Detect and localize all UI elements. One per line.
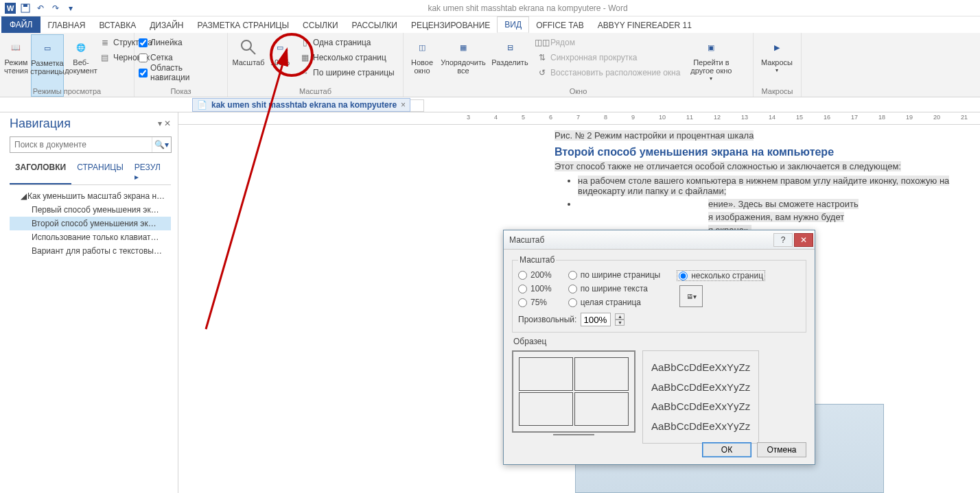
outline-item[interactable]: Второй способ уменьшения эк… — [10, 217, 171, 230]
side-by-side-icon: ◫◫ — [537, 37, 548, 48]
ok-button[interactable]: ОК — [702, 442, 751, 457]
web-layout-label: Веб-документ — [65, 58, 97, 75]
document-tab[interactable]: 📄 kak umen shit masshtab ekrana na kompy… — [192, 98, 410, 112]
read-mode-label: Режим чтения — [4, 58, 28, 75]
tab-headings[interactable]: ЗАГОЛОВКИ — [10, 160, 71, 184]
dialog-help-icon[interactable]: ? — [773, 233, 793, 247]
new-tab-button[interactable] — [410, 99, 424, 112]
preview-area: AaBbCcDdEeXxYyZz AaBbCcDdEeXxYyZz AaBbCc… — [512, 350, 806, 444]
undo-icon[interactable]: ↶ — [33, 1, 48, 15]
ribbon-tabs: ФАЙЛ ГЛАВНАЯ ВСТАВКА ДИЗАЙН РАЗМЕТКА СТР… — [0, 16, 980, 33]
fieldset-legend: Масштаб — [518, 255, 556, 265]
custom-zoom-spinner[interactable]: ▲▼ — [615, 313, 625, 326]
outline-list: ◢Как уменьшить масштаб экрана н… Первый … — [10, 189, 171, 258]
tab-office[interactable]: OFFICE TAB — [529, 18, 591, 33]
tab-design[interactable]: ДИЗАЙН — [143, 18, 190, 33]
web-layout-icon: 🌐 — [70, 36, 92, 58]
navigation-tabs: ЗАГОЛОВКИ СТРАНИЦЫ РЕЗУЛ ▸ — [10, 160, 171, 185]
group-show: Линейка Сетка Область навигации Показ — [135, 33, 228, 97]
print-layout-icon: ▭ — [36, 37, 58, 59]
close-icon[interactable]: × — [401, 100, 406, 110]
group-zoom: Масштаб ▭ 100% ▯Одна страница ▦Несколько… — [228, 33, 404, 97]
save-icon[interactable] — [18, 1, 33, 15]
group-show-label: Показ — [135, 87, 227, 95]
list-item: hidden text text text text text text я и… — [578, 212, 975, 222]
tab-insert[interactable]: ВСТАВКА — [92, 18, 143, 33]
svg-point-4 — [242, 40, 251, 50]
zoom-100-icon: ▭ — [269, 36, 291, 58]
svg-line-5 — [250, 49, 255, 54]
ribbon: 📖 Режим чтения ▭ Разметка страницы 🌐 Веб… — [0, 33, 980, 97]
redo-icon[interactable]: ↷ — [48, 1, 63, 15]
tab-results[interactable]: РЕЗУЛ ▸ — [129, 160, 171, 184]
document-tab-label: kak umen shit masshtab ekrana na kompyut… — [211, 100, 397, 110]
one-page-button[interactable]: ▯Одна страница — [298, 36, 396, 49]
ruler-checkbox[interactable]: Линейка — [139, 36, 223, 49]
outline-item[interactable]: Использование только клавиат… — [10, 230, 171, 244]
reset-window-icon: ↺ — [537, 67, 548, 78]
radio-75[interactable]: 75% — [518, 298, 552, 307]
figure-caption: Рис. № 2 Режим настройки и процентная шк… — [555, 130, 754, 141]
navpane-checkbox[interactable]: Область навигации — [139, 66, 223, 80]
group-macros-label: Макросы — [754, 87, 801, 95]
list-item: на рабочем столе вашего компьютера в ниж… — [578, 176, 975, 196]
list-item: hidden text text text text text text ени… — [578, 199, 975, 209]
radio-text-width[interactable]: по ширине текста — [568, 284, 661, 293]
navigation-search: 🔍▾ — [10, 136, 172, 153]
navigation-close-icon[interactable]: ▾ ✕ — [158, 119, 171, 128]
outline-item[interactable]: ◢Как уменьшить масштаб экрана н… — [10, 189, 171, 203]
radio-200[interactable]: 200% — [518, 270, 552, 280]
paragraph: Этот способ также не отличается особой с… — [555, 161, 901, 171]
tab-mailings[interactable]: РАССЫЛКИ — [345, 18, 404, 33]
titlebar: W ↶ ↷ ▾ kak umen shit masshtab ekrana na… — [0, 0, 980, 16]
multi-pages-icon: ▦ — [299, 52, 310, 63]
horizontal-ruler[interactable]: 3456789101112131415161718192021 — [178, 112, 980, 125]
reset-window-button[interactable]: ↺Восстановить расположение окна — [535, 66, 681, 80]
outline-item[interactable]: Первый способ уменьшения эк… — [10, 203, 171, 217]
cancel-button[interactable]: Отмена — [757, 442, 806, 457]
preview-label: Образец — [513, 337, 806, 346]
sync-scroll-button[interactable]: ⇅Синхронная прокрутка — [535, 51, 681, 64]
new-window-icon: ◫ — [411, 36, 433, 58]
zoom-100-label: 100% — [270, 58, 290, 67]
zoom-fieldset: Масштаб 200% 100% 75% по ширине страницы… — [512, 255, 806, 333]
radio-whole-page[interactable]: целая страница — [568, 298, 661, 307]
read-mode-icon: 📖 — [5, 36, 27, 58]
preview-sample: AaBbCcDdEeXxYyZz AaBbCcDdEeXxYyZz AaBbCc… — [642, 350, 759, 444]
custom-zoom-input[interactable] — [581, 313, 611, 326]
search-input[interactable] — [10, 137, 152, 152]
tab-references[interactable]: ССЫЛКИ — [296, 18, 345, 33]
radio-100[interactable]: 100% — [518, 284, 552, 293]
tab-pages[interactable]: СТРАНИЦЫ — [71, 160, 129, 184]
many-pages-picker-icon[interactable]: 🖥▾ — [679, 285, 703, 307]
search-icon[interactable]: 🔍▾ — [152, 137, 171, 152]
qat-customize-icon[interactable]: ▾ — [63, 1, 78, 15]
navigation-pane: Навигация ▾ ✕ 🔍▾ ЗАГОЛОВКИ СТРАНИЦЫ РЕЗУ… — [0, 112, 178, 493]
group-window: ◫Новое окно ▦Упорядочить все ⊟Разделить … — [404, 33, 754, 97]
group-views: 📖 Режим чтения ▭ Разметка страницы 🌐 Веб… — [0, 33, 135, 97]
group-views-label: Режимы просмотра — [0, 87, 134, 95]
dialog-titlebar[interactable]: Масштаб ? ✕ — [504, 230, 815, 250]
group-macros: ▶Макросы▾ Макросы — [754, 33, 802, 97]
outline-item[interactable]: Вариант для работы с текстовы… — [10, 244, 171, 258]
print-layout-label: Разметка страницы — [30, 59, 64, 75]
side-by-side-button[interactable]: ◫◫Рядом — [535, 36, 681, 49]
radio-many-pages[interactable]: несколько страниц — [677, 270, 765, 281]
tab-layout[interactable]: РАЗМЕТКА СТРАНИЦЫ — [191, 18, 296, 33]
outline-icon: ≣ — [100, 37, 110, 48]
tab-abbyy[interactable]: ABBYY FineReader 11 — [591, 18, 699, 33]
page-width-button[interactable]: ↔По ширине страницы — [298, 66, 396, 80]
tab-home[interactable]: ГЛАВНАЯ — [40, 18, 92, 33]
radio-page-width[interactable]: по ширине страницы — [568, 270, 661, 280]
dialog-close-icon[interactable]: ✕ — [794, 233, 813, 247]
tab-review[interactable]: РЕЦЕНЗИРОВАНИЕ — [404, 18, 497, 33]
gridlines-checkbox[interactable]: Сетка — [139, 51, 223, 64]
macros-icon: ▶ — [766, 36, 788, 58]
tab-view[interactable]: ВИД — [497, 16, 529, 33]
tab-file[interactable]: ФАЙЛ — [1, 16, 40, 33]
navigation-title: Навигация — [10, 117, 171, 131]
svg-rect-3 — [23, 4, 27, 7]
group-window-label: Окно — [404, 87, 753, 95]
one-page-icon: ▯ — [299, 37, 310, 48]
multi-pages-button[interactable]: ▦Несколько страниц — [298, 51, 396, 64]
